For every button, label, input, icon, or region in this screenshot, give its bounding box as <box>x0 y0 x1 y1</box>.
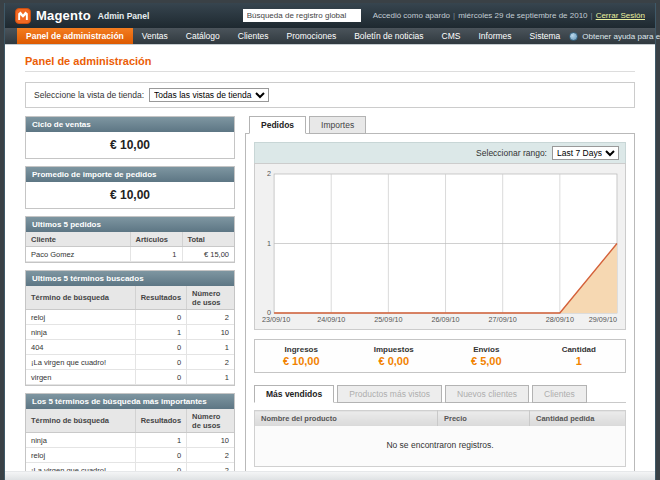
last-orders-box: Ultimos 5 pedidos Cliente Artículos Tota… <box>25 216 235 263</box>
avg-order-title: Promedio de importe de pedidos <box>26 167 234 182</box>
range-select[interactable]: Last 7 Days <box>552 146 619 160</box>
nav-item-catalog[interactable]: Catálogo <box>177 28 229 44</box>
column-header: Resultados <box>135 409 186 433</box>
cell: € 15,00 <box>182 247 234 262</box>
total-tax: Impuestos € 0,00 <box>348 345 441 367</box>
cell: 1 <box>187 340 234 355</box>
magento-logo-icon <box>15 8 31 24</box>
nav-item-reports[interactable]: Informes <box>470 28 521 44</box>
tab-customers[interactable]: Clientes <box>532 385 587 403</box>
column-header: Cantidad pedida <box>530 411 626 427</box>
store-view-select[interactable]: Todas las vistas de tienda <box>149 88 269 102</box>
app-subtitle: Admin Panel <box>98 11 149 21</box>
content: Panel de administración Seleccione la vi… <box>5 45 655 471</box>
svg-text:0: 0 <box>267 309 271 318</box>
range-label: Seleccionar rango: <box>476 148 547 158</box>
cell: 2 <box>187 448 234 463</box>
cell: 0 <box>135 370 186 385</box>
total-value: € 5,00 <box>440 355 533 367</box>
page-title: Panel de administración <box>25 55 635 72</box>
cell: 0 <box>135 340 186 355</box>
tab-bestsellers[interactable]: Más vendidos <box>254 385 334 403</box>
tab-orders[interactable]: Pedidos <box>249 116 306 134</box>
avg-order-value: € 10,00 <box>26 182 234 208</box>
column-header: Número de usos <box>187 286 234 310</box>
table-row[interactable]: Paco Gomez 1 € 15,00 <box>26 247 234 262</box>
nav-item-promotions[interactable]: Promociones <box>278 28 346 44</box>
column-header: Precio <box>438 411 530 427</box>
store-view-bar: Seleccione la vista de tienda: Todas las… <box>25 82 635 108</box>
nav-item-sales[interactable]: Ventas <box>133 28 177 44</box>
column-header: Término de búsqueda <box>26 409 135 433</box>
avg-order-box: Promedio de importe de pedidos € 10,00 <box>25 166 235 209</box>
total-label: Impuestos <box>348 345 441 354</box>
top-terms-table: Término de búsqueda Resultados Número de… <box>26 409 234 471</box>
total-label: Cantidad <box>533 345 626 354</box>
table-row[interactable]: 40401 <box>26 340 234 355</box>
help-link-label: Obtener ayuda para esta página <box>582 32 660 41</box>
cell: ¡La virgen que cuadro! <box>26 355 135 370</box>
table-row[interactable]: ¡La virgen que cuadro!02 <box>26 355 234 370</box>
svg-text:27/09/10: 27/09/10 <box>489 315 517 324</box>
cell: ninja <box>26 433 135 448</box>
column-header: Término de búsqueda <box>26 286 135 310</box>
column-header: Cliente <box>26 232 130 247</box>
cell: ¡La virgen que cuadro! <box>26 463 135 472</box>
products-table: Nombre del producto Precio Cantidad pedi… <box>254 410 626 467</box>
table-row[interactable]: ¡La virgen que cuadro!02 <box>26 463 234 472</box>
cell: 0 <box>135 448 186 463</box>
cell: 1 <box>135 325 186 340</box>
total-value: 1 <box>533 355 626 367</box>
header: Magento Admin Panel Accedió como apardo|… <box>5 3 655 28</box>
svg-text:25/09/10: 25/09/10 <box>374 315 402 324</box>
table-row[interactable]: virgen01 <box>26 370 234 385</box>
chart-tab-content: Seleccionar rango: Last 7 Days 23/09/102… <box>245 133 635 471</box>
table-row[interactable]: ninja110 <box>26 433 234 448</box>
svg-text:2: 2 <box>267 170 271 179</box>
nav-item-cms[interactable]: CMS <box>433 28 470 44</box>
total-quantity: Cantidad 1 <box>533 345 626 367</box>
table-row[interactable]: reloj02 <box>26 310 234 325</box>
total-revenue: Ingresos € 10,00 <box>255 345 348 367</box>
tab-new-customers[interactable]: Nuevos clientes <box>445 385 529 403</box>
orders-area-chart: 23/09/1024/09/1025/09/1026/09/1027/09/10… <box>259 169 621 327</box>
store-view-label: Seleccione la vista de tienda: <box>34 90 144 100</box>
column-header: Resultados <box>135 286 186 310</box>
svg-text:24/09/10: 24/09/10 <box>317 315 345 324</box>
last-terms-box: Ultimos 5 términos buscados Término de b… <box>25 270 235 386</box>
column-header: Artículos <box>130 232 182 247</box>
last-terms-table: Término de búsqueda Resultados Número de… <box>26 286 234 385</box>
current-date: miércoles 29 de septiembre de 2010 <box>458 11 587 20</box>
cell: 2 <box>187 463 234 472</box>
admin-page: Magento Admin Panel Accedió como apardo|… <box>4 3 656 480</box>
totals-bar: Ingresos € 10,00 Impuestos € 0,00 Envíos… <box>254 339 626 373</box>
global-search-input[interactable] <box>243 9 361 22</box>
cell: 404 <box>26 340 135 355</box>
footer-strip <box>5 471 655 480</box>
logged-in-as: Accedió como apardo <box>373 11 450 20</box>
tab-amounts[interactable]: Importes <box>309 116 366 134</box>
cell: 1 <box>130 247 182 262</box>
nav-item-newsletter[interactable]: Boletín de noticias <box>345 28 432 44</box>
last-orders-table: Cliente Artículos Total Paco Gomez 1 € 1… <box>26 232 234 262</box>
svg-text:1: 1 <box>267 239 271 248</box>
column-header: Número de usos <box>187 409 234 433</box>
logout-link[interactable]: Cerrar Sesión <box>596 11 645 20</box>
last-orders-title: Ultimos 5 pedidos <box>26 217 234 232</box>
help-link[interactable]: Obtener ayuda para esta página <box>569 28 660 44</box>
tab-most-viewed[interactable]: Productos más vistos <box>337 385 442 403</box>
nav-item-customers[interactable]: Clientes <box>229 28 278 44</box>
table-row[interactable]: ninja110 <box>26 325 234 340</box>
range-bar: Seleccionar rango: Last 7 Days <box>254 142 626 163</box>
chart-tabs: Pedidos Importes <box>245 116 635 133</box>
cell: 0 <box>135 310 186 325</box>
last-terms-title: Ultimos 5 términos buscados <box>26 271 234 286</box>
table-row[interactable]: reloj02 <box>26 448 234 463</box>
svg-text:29/09/10: 29/09/10 <box>589 315 617 324</box>
main-nav: Panel de administración Ventas Catálogo … <box>5 28 655 45</box>
nav-item-dashboard[interactable]: Panel de administración <box>17 28 133 44</box>
nav-item-system[interactable]: Sistema <box>521 28 570 44</box>
sales-cycle-value: € 10,00 <box>26 132 234 158</box>
cell: 10 <box>187 325 234 340</box>
cell: reloj <box>26 448 135 463</box>
